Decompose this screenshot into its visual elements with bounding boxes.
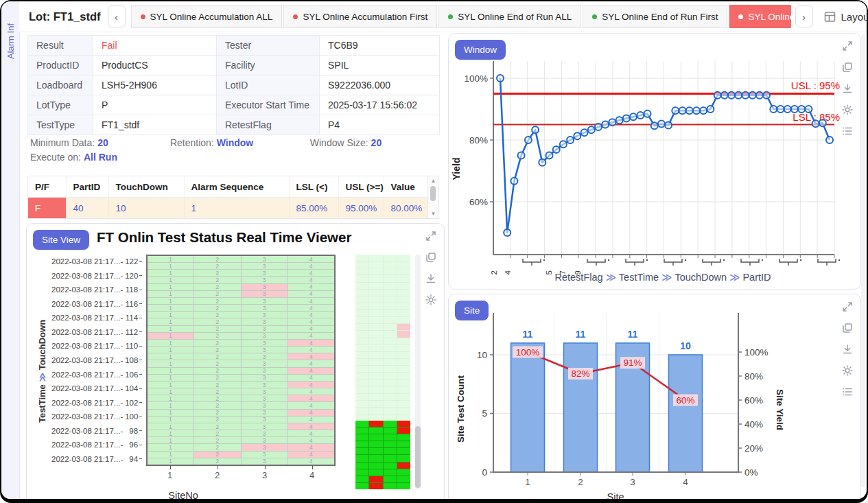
heatmap-cell[interactable]: 3: [242, 458, 288, 465]
mini-heatmap-cell[interactable]: [384, 455, 397, 461]
mini-heatmap-cell[interactable]: [397, 386, 410, 393]
heatmap-cell[interactable]: 2: [194, 312, 240, 318]
mini-heatmap-cell[interactable]: [355, 428, 368, 434]
heatmap-cell[interactable]: 3: [242, 256, 288, 262]
mini-heatmap-cell[interactable]: [369, 401, 382, 407]
mini-heatmap-cell[interactable]: [369, 476, 382, 482]
window-yield-chart[interactable]: 100%80%60%USL : 95%LSL : 85%24579RetestF…: [449, 34, 860, 289]
mini-heatmap-cell[interactable]: [355, 345, 368, 351]
mini-heatmap-history[interactable]: [355, 255, 410, 421]
list-icon[interactable]: [841, 386, 854, 398]
heatmap-cell[interactable]: 2: [194, 270, 240, 276]
mini-heatmap-cell[interactable]: [384, 414, 397, 421]
heatmap-cell[interactable]: 2: [194, 388, 240, 395]
mini-heatmap-cell[interactable]: [384, 428, 397, 434]
heatmap-cell[interactable]: 2: [194, 430, 240, 436]
layout-button[interactable]: Layout: [824, 11, 867, 23]
site-status-heatmap[interactable]: 1234123412341234123412341234123412341234…: [146, 255, 336, 466]
mini-heatmap-cell[interactable]: [355, 290, 368, 296]
gear-icon[interactable]: [425, 294, 437, 306]
expand-icon[interactable]: [425, 230, 437, 242]
mini-heatmap-cell[interactable]: [397, 310, 410, 316]
mini-heatmap-cell[interactable]: [369, 414, 382, 421]
heatmap-cell[interactable]: 4: [288, 437, 334, 443]
mini-heatmap-cell[interactable]: [384, 255, 397, 261]
heatmap-cell[interactable]: 1: [148, 277, 193, 283]
mini-heatmap-cell[interactable]: [384, 261, 397, 268]
heatmap-cell[interactable]: 2: [194, 375, 240, 381]
heatmap-cell[interactable]: 3: [242, 312, 288, 318]
heatmap-cell[interactable]: 2: [194, 291, 240, 297]
mini-heatmap-cell[interactable]: [397, 448, 410, 454]
mini-heatmap-cell[interactable]: [355, 303, 368, 309]
heatmap-cell[interactable]: 3: [242, 388, 288, 395]
heatmap-cell[interactable]: 4: [288, 395, 334, 401]
gear-icon[interactable]: [841, 364, 854, 377]
heatmap-cell[interactable]: 1: [148, 402, 193, 408]
window-button[interactable]: Window: [455, 40, 506, 60]
heatmap-cell[interactable]: 4: [288, 410, 334, 416]
mini-heatmap-cell[interactable]: [369, 386, 382, 393]
heatmap-cell[interactable]: 4: [288, 444, 334, 450]
heatmap-cell[interactable]: 2: [194, 395, 240, 401]
heatmap-cell[interactable]: 1: [148, 270, 193, 276]
heatmap-cell[interactable]: 3: [242, 318, 288, 325]
heatmap-cell[interactable]: 3: [242, 437, 288, 443]
mini-heatmap-cell[interactable]: [369, 441, 382, 447]
mini-heatmap-cell[interactable]: [355, 324, 368, 330]
heatmap-cell[interactable]: 3: [242, 402, 288, 408]
mini-heatmap-cell[interactable]: [397, 261, 410, 268]
heatmap-cell[interactable]: 3: [242, 347, 288, 353]
mini-heatmap-cell[interactable]: [355, 394, 368, 400]
mini-heatmap-cell[interactable]: [397, 401, 410, 407]
heatmap-cell[interactable]: 4: [288, 312, 334, 318]
mini-heatmap-cell[interactable]: [397, 290, 410, 296]
mini-heatmap-cell[interactable]: [397, 469, 410, 476]
mini-heatmap-cell[interactable]: [384, 441, 397, 447]
heatmap-cell[interactable]: 3: [242, 270, 288, 276]
heatmap-cell[interactable]: 2: [194, 452, 240, 458]
heatmap-cell[interactable]: 1: [148, 353, 193, 360]
mini-heatmap-cell[interactable]: [397, 268, 410, 274]
copy-icon[interactable]: [841, 61, 854, 73]
mini-heatmap-cell[interactable]: [369, 379, 382, 386]
mini-heatmap-cell[interactable]: [384, 268, 397, 274]
mini-heatmap-cell[interactable]: [397, 408, 410, 414]
heatmap-cell[interactable]: 4: [288, 382, 334, 388]
mini-heatmap-cell[interactable]: [397, 463, 410, 469]
mini-heatmap-cell[interactable]: [355, 283, 368, 289]
heatmap-cell[interactable]: 4: [288, 291, 334, 297]
mini-heatmap-cell[interactable]: [355, 331, 368, 337]
mini-heatmap-cell[interactable]: [355, 296, 368, 303]
heatmap-cell[interactable]: 4: [288, 340, 334, 346]
mini-heatmap-cell[interactable]: [355, 469, 368, 476]
mini-heatmap-cell[interactable]: [397, 255, 410, 261]
mini-heatmap-cell[interactable]: [369, 469, 382, 476]
heatmap-cell[interactable]: 4: [288, 452, 334, 458]
mini-heatmap-cell[interactable]: [384, 434, 397, 441]
tabs-prev-button[interactable]: ‹: [108, 5, 126, 27]
heatmap-cell[interactable]: 4: [288, 326, 334, 332]
heatmap-cell[interactable]: 2: [194, 284, 240, 290]
alarm-info-side-strip[interactable]: Alarm Inf: [1, 1, 20, 499]
mini-heatmap-cell[interactable]: [384, 283, 397, 289]
tab-1[interactable]: SYL Online Accumulation First: [283, 5, 437, 28]
heatmap-cell[interactable]: 3: [242, 305, 288, 311]
site-button[interactable]: Site: [455, 301, 489, 320]
heatmap-cell[interactable]: 2: [194, 256, 240, 262]
mini-heatmap-cell[interactable]: [384, 373, 397, 379]
heatmap-scrollbar-thumb[interactable]: [415, 426, 421, 488]
heatmap-cell[interactable]: 2: [194, 263, 240, 269]
gear-icon[interactable]: [841, 104, 854, 116]
mini-heatmap-cell[interactable]: [369, 421, 382, 427]
mini-heatmap-cell[interactable]: [397, 394, 410, 400]
heatmap-cell[interactable]: 3: [242, 382, 288, 388]
heatmap-cell[interactable]: 3: [242, 375, 288, 381]
mini-heatmap-cell[interactable]: [355, 441, 368, 447]
mini-heatmap-cell[interactable]: [355, 483, 368, 489]
heatmap-cell[interactable]: 4: [288, 458, 334, 465]
heatmap-cell[interactable]: 3: [242, 410, 288, 416]
mini-heatmap-cell[interactable]: [397, 303, 410, 309]
heatmap-cell[interactable]: 2: [194, 410, 240, 416]
heatmap-cell[interactable]: 2: [194, 353, 240, 360]
